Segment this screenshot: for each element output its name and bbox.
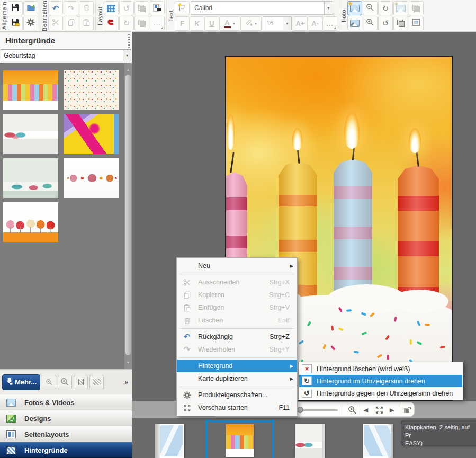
previous-page-button[interactable]: ◀ [361, 404, 371, 416]
expand-panel-chevron[interactable]: » [124, 379, 130, 386]
underline-button: U [204, 16, 219, 31]
copy-button [64, 16, 78, 30]
save-as-button[interactable] [8, 16, 23, 30]
thumb-zoom-in-button[interactable] [58, 375, 72, 389]
page-filmstrip: Klappkarten, 2-seitig, auf Pr EASY) [132, 418, 476, 458]
add-photo-button[interactable]: ★ [347, 1, 362, 15]
photo-frame-button[interactable] [409, 16, 424, 30]
rotate-ccw-icon: ↺ [123, 4, 130, 12]
main-toolbar: Allgemein Bearbeiten ↶ ↷ Layout [0, 0, 476, 32]
fullscreen-icon [181, 404, 193, 412]
multi-page-icon [93, 379, 101, 385]
font-family-dropdown-arrow[interactable]: ▼ [324, 1, 333, 15]
scroll-up-arrow[interactable]: ▲ [124, 66, 132, 73]
paint-bucket-icon [245, 19, 253, 28]
toolbar-group-allgemein: Allgemein [0, 0, 40, 31]
cut-button [48, 16, 63, 30]
font-size-dropdown-arrow[interactable]: ▼ [283, 16, 292, 30]
menu-item-vorschau-starten[interactable]: Vorschau starten F11 [177, 401, 297, 414]
single-page-view-button[interactable] [74, 375, 88, 389]
font-family-combo[interactable]: Calibri ▼ [191, 1, 333, 15]
edit-photo-button[interactable] [347, 16, 362, 30]
magnet-snap-button[interactable] [104, 16, 119, 30]
grid-button[interactable] [104, 1, 119, 15]
background-thumb-gift-ribbon[interactable] [64, 114, 119, 154]
more-backgrounds-button[interactable]: Mehr... [2, 374, 40, 390]
rotate-photo-left-button[interactable]: ↺ [378, 16, 393, 30]
candle-wick [416, 151, 419, 167]
trash-icon [181, 317, 193, 325]
canvas-zoom-in-button[interactable] [346, 404, 358, 416]
redo-icon: ↷ [68, 4, 75, 12]
submenu-item-drehen-uhrzeigersinn[interactable]: ↻ Hintergrund im Uhrzeigersinn drehen [299, 375, 462, 387]
category-dropdown-arrow[interactable]: ▼ [123, 49, 131, 61]
nav-item-designs[interactable]: Designs [0, 410, 132, 426]
font-size-combo: 16 ▼ [263, 16, 292, 30]
background-thumbnails-area: ▲ ▼ [0, 63, 132, 369]
menu-item-karte-duplizieren[interactable]: Karte duplizieren ▶ [177, 372, 297, 385]
page-thumb-card-back[interactable] [155, 424, 184, 458]
paste-button [79, 16, 94, 30]
scroll-down-arrow[interactable]: ▼ [124, 359, 132, 366]
multi-page-view-button[interactable] [89, 375, 104, 389]
text-more-button[interactable]: ... [322, 16, 337, 31]
menu-item-rueckgaengig[interactable]: ↶ Rückgängig Strg+Z [177, 330, 297, 343]
rotate-cw-icon: ↻ [123, 19, 130, 27]
next-page-button[interactable]: ▶ [387, 404, 397, 416]
menu-item-neu[interactable]: Neu ▶ [177, 259, 297, 272]
scrollbar-thumb[interactable] [125, 75, 131, 355]
backgrounds-icon [6, 446, 16, 454]
background-thumb-party-garland[interactable] [64, 70, 119, 110]
undo-button[interactable]: ↶ [48, 1, 63, 15]
photo-layers-icon [397, 20, 405, 27]
submenu-arrow-icon: ▶ [290, 364, 293, 369]
background-thumb-flower-chain[interactable] [64, 158, 119, 198]
nav-item-seitenlayouts[interactable]: Seitenlayouts [0, 426, 132, 442]
save-button[interactable] [8, 1, 23, 15]
fullscreen-preview-button[interactable] [372, 404, 386, 416]
undo-icon: ↶ [52, 4, 59, 12]
photo-zoom-in-button[interactable] [363, 16, 378, 30]
background-thumb-gerbera-flowers[interactable] [3, 202, 58, 242]
panel-footer: Mehr... » [0, 369, 132, 394]
add-text-button[interactable] [175, 1, 190, 15]
layout-more-button[interactable]: ... [150, 16, 165, 30]
photo-zoom-out-button[interactable] [363, 1, 378, 15]
nav-item-hintergruende[interactable]: Hintergründe [0, 442, 132, 458]
paste-icon [83, 19, 91, 28]
font-family-field[interactable]: Calibri [191, 1, 324, 15]
group-label-foto: Foto [340, 1, 347, 30]
rotate-object-left-button: ↺ [119, 1, 134, 15]
photo-frame-icon [412, 19, 420, 28]
background-thumb-washi-tape[interactable] [3, 158, 58, 198]
thumbnails-scrollbar[interactable]: ▲ ▼ [124, 63, 132, 369]
menu-item-hintergrund[interactable]: Hintergrund ▶ [177, 360, 297, 372]
thumb-zoom-out-button[interactable] [42, 375, 56, 389]
page-thumb-card-back-2[interactable] [363, 424, 393, 458]
group-label-layout: Layout [96, 1, 104, 30]
rotate-card-view-button[interactable] [401, 404, 414, 416]
rotate-object-right-button: ↻ [119, 16, 134, 30]
background-thumb-flower-border[interactable] [3, 114, 58, 154]
category-select[interactable]: Geburtstag ▼ [1, 49, 131, 61]
page-arrange-button[interactable] [150, 1, 165, 15]
submenu-arrow-icon: ▶ [290, 264, 293, 268]
open-button[interactable] [23, 1, 38, 15]
menu-item-produkteigenschaften[interactable]: Produkteigenschaften... [177, 389, 297, 401]
submenu-item-hintergrund-loeschen[interactable]: × Hintergrund löschen (wird weiß) [299, 363, 462, 375]
photo-hatch-button[interactable] [393, 16, 408, 30]
copy-icon [67, 19, 75, 28]
page-thumb-flower-border[interactable] [295, 424, 325, 458]
page-thumb-candles-selected[interactable] [226, 424, 254, 457]
zoom-slider-handle[interactable] [297, 407, 303, 413]
submenu-arrow-icon: ▶ [290, 376, 293, 381]
background-thumb-birthday-candles[interactable] [3, 70, 58, 110]
panel-drag-handle[interactable] [128, 34, 130, 48]
rotate-photo-right-button[interactable]: ↻ [378, 1, 393, 15]
submenu-item-drehen-gegen-uhrzeigersinn[interactable]: ↺ Hintergrunds gegen den Uhrzeigersinn d… [299, 387, 462, 399]
menu-item-ausschneiden: Ausschneiden Strg+X [177, 276, 297, 289]
category-value[interactable]: Geburtstag [1, 49, 123, 61]
nav-item-fotos-videos[interactable]: Fotos & Videos [0, 394, 132, 410]
font-color-swatch [224, 26, 231, 28]
settings-button[interactable] [23, 16, 38, 30]
